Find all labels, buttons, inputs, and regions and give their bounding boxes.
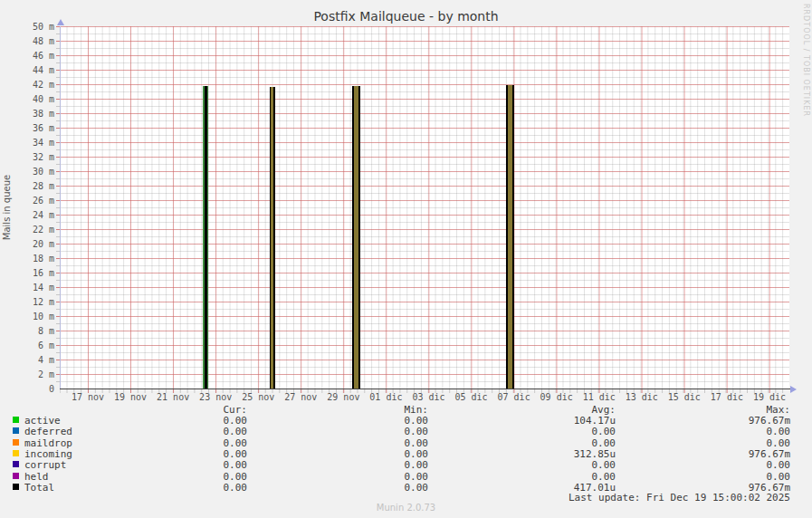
plot-area — [60, 26, 789, 388]
y-tick-label: 34 m — [0, 138, 54, 148]
legend-swatch-incoming — [13, 450, 19, 456]
y-tick-label: 48 m — [0, 36, 54, 46]
data-spike — [203, 86, 208, 388]
legend-value-incoming-max: 976.67m — [682, 448, 790, 460]
legend-value-deferred-cur: 0.00 — [139, 426, 247, 437]
y-tick-label: 50 m — [0, 22, 54, 32]
munin-graph: Postfix Mailqueue - by month Mails in qu… — [0, 0, 812, 518]
legend-value-maildrop-min: 0.00 — [320, 437, 428, 449]
legend-swatch-corrupt — [13, 461, 19, 467]
legend-value-deferred-min: 0.00 — [320, 426, 428, 437]
legend-value-total-min: 0.00 — [320, 482, 428, 494]
y-tick-label: 24 m — [0, 210, 54, 220]
legend-value-corrupt-avg: 0.00 — [507, 459, 616, 471]
y-tick-label: 4 m — [0, 355, 54, 365]
legend-label-incoming: incoming — [24, 448, 72, 460]
legend-swatch-total — [13, 484, 19, 490]
rrdtool-watermark: RRDTOOL / TOBI OETIKER — [802, 4, 810, 117]
legend-swatch-maildrop — [13, 439, 19, 446]
legend-label-maildrop: maildrop — [24, 437, 72, 449]
y-tick-label: 6 m — [0, 341, 54, 350]
legend-swatch-active — [13, 417, 19, 423]
y-tick-label: 26 m — [0, 196, 54, 206]
y-tick-label: 22 m — [0, 225, 54, 235]
legend-label-held: held — [24, 471, 49, 483]
legend-value-maildrop-avg: 0.00 — [507, 437, 616, 449]
legend: Cur:Min:Avg:Max:active0.000.00104.17u976… — [0, 402, 812, 493]
legend-value-held-min: 0.00 — [320, 471, 428, 483]
legend-value-corrupt-min: 0.00 — [320, 459, 428, 471]
y-tick-label: 30 m — [0, 167, 54, 177]
legend-label-active: active — [24, 415, 61, 427]
y-tick-label: 28 m — [0, 181, 54, 191]
x-tick-label: 19 dic — [742, 392, 797, 402]
legend-value-corrupt-cur: 0.00 — [139, 459, 247, 471]
y-tick-label: 44 m — [0, 65, 54, 75]
y-tick-label: 12 m — [0, 297, 54, 307]
y-tick-label: 32 m — [0, 152, 54, 162]
legend-value-incoming-avg: 312.85u — [507, 448, 616, 460]
y-tick-label: 0 — [0, 384, 54, 394]
y-axis-arrow-icon — [57, 19, 64, 25]
y-tick-label: 8 m — [0, 326, 54, 336]
y-tick-label: 40 m — [0, 94, 54, 104]
y-axis-label: Mails in queue — [2, 144, 14, 271]
legend-value-incoming-min: 0.00 — [320, 448, 428, 460]
y-tick-label: 20 m — [0, 239, 54, 249]
legend-value-incoming-cur: 0.00 — [139, 448, 247, 460]
legend-value-active-cur: 0.00 — [139, 415, 247, 427]
data-spike — [270, 87, 275, 388]
legend-swatch-held — [13, 473, 19, 479]
legend-label-deferred: deferred — [24, 426, 72, 437]
legend-value-total-cur: 0.00 — [139, 482, 247, 494]
legend-value-held-avg: 0.00 — [507, 471, 616, 483]
data-spike — [506, 85, 514, 388]
legend-value-deferred-avg: 0.00 — [507, 426, 616, 437]
y-tick-label: 18 m — [0, 254, 54, 264]
y-axis-line — [60, 26, 61, 388]
y-tick-label: 46 m — [0, 51, 54, 61]
legend-value-held-max: 0.00 — [682, 471, 790, 483]
y-tick-label: 36 m — [0, 123, 54, 133]
legend-label-corrupt: corrupt — [24, 459, 66, 471]
legend-value-maildrop-cur: 0.00 — [139, 437, 247, 449]
y-tick-label: 38 m — [0, 109, 54, 119]
y-tick-label: 10 m — [0, 312, 54, 321]
legend-value-active-avg: 104.17u — [507, 415, 616, 427]
y-tick-label: 16 m — [0, 268, 54, 278]
data-spike — [352, 86, 360, 388]
y-tick-label: 42 m — [0, 80, 54, 90]
legend-value-active-min: 0.00 — [320, 415, 428, 427]
legend-value-held-cur: 0.00 — [139, 471, 247, 483]
y-tick-label: 2 m — [0, 369, 54, 379]
legend-value-maildrop-max: 0.00 — [682, 437, 790, 449]
y-axis-ticks — [56, 26, 60, 388]
legend-value-corrupt-max: 0.00 — [682, 459, 790, 471]
munin-version: Munin 2.0.73 — [0, 503, 812, 513]
legend-label-total: Total — [24, 482, 54, 494]
chart-title: Postfix Mailqueue - by month — [0, 9, 812, 24]
legend-swatch-deferred — [13, 427, 19, 434]
legend-value-active-max: 976.67m — [682, 415, 790, 427]
y-tick-label: 14 m — [0, 283, 54, 293]
legend-value-deferred-max: 0.00 — [682, 426, 790, 437]
